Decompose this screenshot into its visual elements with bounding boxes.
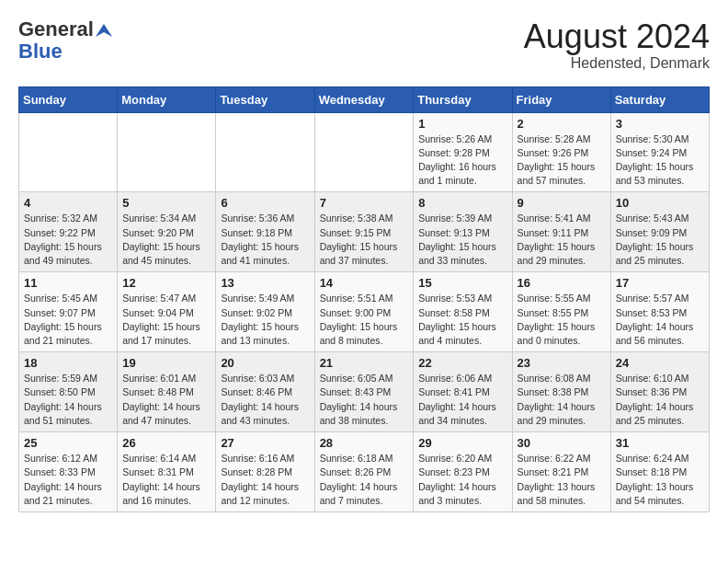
svg-marker-0 <box>96 24 112 37</box>
weekday-header: Monday <box>118 86 216 112</box>
day-number: 9 <box>518 196 606 210</box>
day-number: 21 <box>320 356 409 370</box>
calendar-cell: 25Sunrise: 6:12 AMSunset: 8:33 PMDayligh… <box>19 432 118 512</box>
calendar-cell: 15Sunrise: 5:53 AMSunset: 8:58 PMDayligh… <box>414 272 512 352</box>
cell-content: Sunrise: 5:41 AMSunset: 9:11 PMDaylight:… <box>518 212 606 268</box>
logo-bird-icon <box>96 24 112 37</box>
day-number: 30 <box>518 436 606 450</box>
day-number: 20 <box>221 356 309 370</box>
calendar-cell: 3Sunrise: 5:30 AMSunset: 9:24 PMDaylight… <box>610 112 709 192</box>
weekday-header: Thursday <box>414 86 512 112</box>
cell-content: Sunrise: 5:51 AMSunset: 9:00 PMDaylight:… <box>320 292 409 348</box>
day-number: 18 <box>24 356 112 370</box>
logo-text: General <box>18 18 112 40</box>
day-number: 10 <box>616 196 704 210</box>
cell-content: Sunrise: 6:18 AMSunset: 8:26 PMDaylight:… <box>320 452 409 508</box>
calendar-cell: 30Sunrise: 6:22 AMSunset: 8:21 PMDayligh… <box>512 432 610 512</box>
calendar-week-row: 4Sunrise: 5:32 AMSunset: 9:22 PMDaylight… <box>19 192 710 272</box>
cell-content: Sunrise: 6:22 AMSunset: 8:21 PMDaylight:… <box>518 452 606 508</box>
calendar-cell: 8Sunrise: 5:39 AMSunset: 9:13 PMDaylight… <box>414 192 512 272</box>
calendar-table: SundayMondayTuesdayWednesdayThursdayFrid… <box>18 86 710 512</box>
weekday-header: Saturday <box>610 86 709 112</box>
cell-content: Sunrise: 5:55 AMSunset: 8:55 PMDaylight:… <box>518 292 606 348</box>
cell-content: Sunrise: 5:36 AMSunset: 9:18 PMDaylight:… <box>221 212 309 268</box>
cell-content: Sunrise: 5:45 AMSunset: 9:07 PMDaylight:… <box>24 292 112 348</box>
day-number: 2 <box>518 117 606 131</box>
calendar-cell: 17Sunrise: 5:57 AMSunset: 8:53 PMDayligh… <box>610 272 709 352</box>
cell-content: Sunrise: 6:01 AMSunset: 8:48 PMDaylight:… <box>122 372 210 428</box>
cell-content: Sunrise: 6:16 AMSunset: 8:28 PMDaylight:… <box>221 452 309 508</box>
day-number: 15 <box>418 276 506 290</box>
logo-blue: Blue <box>18 40 63 63</box>
cell-content: Sunrise: 5:26 AMSunset: 9:28 PMDaylight:… <box>418 132 506 189</box>
calendar-cell: 27Sunrise: 6:16 AMSunset: 8:28 PMDayligh… <box>216 432 314 512</box>
calendar-cell: 18Sunrise: 5:59 AMSunset: 8:50 PMDayligh… <box>19 352 118 432</box>
cell-content: Sunrise: 6:20 AMSunset: 8:23 PMDaylight:… <box>418 452 506 508</box>
day-number: 8 <box>418 196 506 210</box>
weekday-row: SundayMondayTuesdayWednesdayThursdayFrid… <box>19 86 710 112</box>
day-number: 13 <box>221 276 309 290</box>
calendar-cell: 13Sunrise: 5:49 AMSunset: 9:02 PMDayligh… <box>216 272 314 352</box>
calendar-cell: 9Sunrise: 5:41 AMSunset: 9:11 PMDaylight… <box>512 192 610 272</box>
day-number: 3 <box>616 117 704 131</box>
cell-content: Sunrise: 5:38 AMSunset: 9:15 PMDaylight:… <box>320 212 409 268</box>
calendar-cell: 31Sunrise: 6:24 AMSunset: 8:18 PMDayligh… <box>610 432 709 512</box>
cell-content: Sunrise: 6:24 AMSunset: 8:18 PMDaylight:… <box>616 452 704 508</box>
cell-content: Sunrise: 5:32 AMSunset: 9:22 PMDaylight:… <box>24 212 112 268</box>
day-number: 14 <box>320 276 409 290</box>
cell-content: Sunrise: 5:34 AMSunset: 9:20 PMDaylight:… <box>122 212 210 268</box>
calendar-week-row: 25Sunrise: 6:12 AMSunset: 8:33 PMDayligh… <box>19 432 710 512</box>
day-number: 6 <box>221 196 309 210</box>
cell-content: Sunrise: 6:03 AMSunset: 8:46 PMDaylight:… <box>221 372 309 428</box>
calendar-cell <box>118 112 216 192</box>
cell-content: Sunrise: 6:14 AMSunset: 8:31 PMDaylight:… <box>122 452 210 508</box>
calendar-cell: 1Sunrise: 5:26 AMSunset: 9:28 PMDaylight… <box>414 112 512 192</box>
calendar-cell: 21Sunrise: 6:05 AMSunset: 8:43 PMDayligh… <box>314 352 414 432</box>
day-number: 23 <box>518 356 606 370</box>
calendar-week-row: 1Sunrise: 5:26 AMSunset: 9:28 PMDaylight… <box>19 112 710 192</box>
cell-content: Sunrise: 5:49 AMSunset: 9:02 PMDaylight:… <box>221 292 309 348</box>
day-number: 1 <box>418 117 506 131</box>
cell-content: Sunrise: 6:12 AMSunset: 8:33 PMDaylight:… <box>24 452 112 508</box>
day-number: 25 <box>24 436 112 450</box>
day-number: 12 <box>122 276 210 290</box>
cell-content: Sunrise: 5:57 AMSunset: 8:53 PMDaylight:… <box>616 292 704 348</box>
calendar-cell: 14Sunrise: 5:51 AMSunset: 9:00 PMDayligh… <box>314 272 414 352</box>
day-number: 28 <box>320 436 409 450</box>
cell-content: Sunrise: 5:53 AMSunset: 8:58 PMDaylight:… <box>418 292 506 348</box>
day-number: 7 <box>320 196 409 210</box>
cell-content: Sunrise: 5:28 AMSunset: 9:26 PMDaylight:… <box>518 132 606 189</box>
calendar-cell: 16Sunrise: 5:55 AMSunset: 8:55 PMDayligh… <box>512 272 610 352</box>
day-number: 31 <box>616 436 704 450</box>
calendar-cell: 20Sunrise: 6:03 AMSunset: 8:46 PMDayligh… <box>216 352 314 432</box>
cell-content: Sunrise: 5:39 AMSunset: 9:13 PMDaylight:… <box>418 212 506 268</box>
day-number: 27 <box>221 436 309 450</box>
calendar-cell: 19Sunrise: 6:01 AMSunset: 8:48 PMDayligh… <box>118 352 216 432</box>
calendar-cell: 28Sunrise: 6:18 AMSunset: 8:26 PMDayligh… <box>314 432 414 512</box>
calendar-cell: 4Sunrise: 5:32 AMSunset: 9:22 PMDaylight… <box>19 192 118 272</box>
calendar-week-row: 11Sunrise: 5:45 AMSunset: 9:07 PMDayligh… <box>19 272 710 352</box>
logo-general: General <box>18 17 94 40</box>
calendar-cell <box>216 112 314 192</box>
day-number: 29 <box>418 436 506 450</box>
calendar-cell: 23Sunrise: 6:08 AMSunset: 8:38 PMDayligh… <box>512 352 610 432</box>
calendar-cell: 6Sunrise: 5:36 AMSunset: 9:18 PMDaylight… <box>216 192 314 272</box>
title-block: August 2024 Hedensted, Denmark <box>524 18 710 72</box>
calendar-cell: 12Sunrise: 5:47 AMSunset: 9:04 PMDayligh… <box>118 272 216 352</box>
cell-content: Sunrise: 5:30 AMSunset: 9:24 PMDaylight:… <box>616 132 704 189</box>
page-header: General Blue August 2024 Hedensted, Denm… <box>18 18 710 72</box>
calendar-cell: 10Sunrise: 5:43 AMSunset: 9:09 PMDayligh… <box>610 192 709 272</box>
day-number: 4 <box>24 196 112 210</box>
cell-content: Sunrise: 5:43 AMSunset: 9:09 PMDaylight:… <box>616 212 704 268</box>
location: Hedensted, Denmark <box>524 55 710 72</box>
calendar-body: 1Sunrise: 5:26 AMSunset: 9:28 PMDaylight… <box>19 112 710 511</box>
weekday-header: Sunday <box>19 86 118 112</box>
cell-content: Sunrise: 5:47 AMSunset: 9:04 PMDaylight:… <box>122 292 210 348</box>
cell-content: Sunrise: 6:06 AMSunset: 8:41 PMDaylight:… <box>418 372 506 428</box>
calendar-cell: 26Sunrise: 6:14 AMSunset: 8:31 PMDayligh… <box>118 432 216 512</box>
day-number: 19 <box>122 356 210 370</box>
calendar-cell: 2Sunrise: 5:28 AMSunset: 9:26 PMDaylight… <box>512 112 610 192</box>
day-number: 17 <box>616 276 704 290</box>
calendar-cell: 5Sunrise: 5:34 AMSunset: 9:20 PMDaylight… <box>118 192 216 272</box>
weekday-header: Tuesday <box>216 86 314 112</box>
